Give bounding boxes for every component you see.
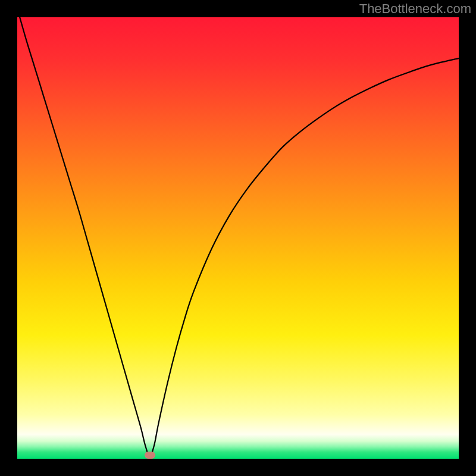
watermark-label: TheBottleneck.com (359, 1, 471, 17)
chart-frame (17, 17, 459, 459)
optimum-marker (145, 452, 155, 459)
bottleneck-curve (17, 17, 459, 459)
